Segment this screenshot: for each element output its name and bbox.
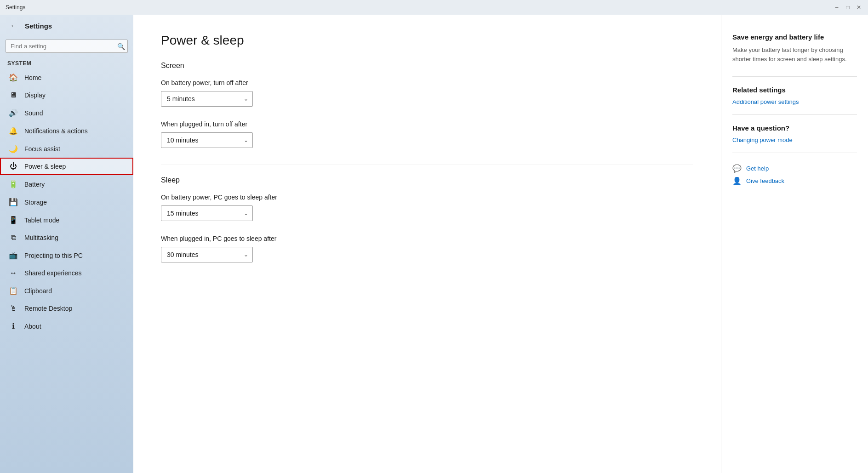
nav-label-about: About (24, 323, 41, 330)
search-icon[interactable]: 🔍 (117, 43, 125, 50)
sidebar-item-clipboard[interactable]: 📋 Clipboard (0, 282, 133, 300)
sidebar-item-battery[interactable]: 🔋 Battery (0, 175, 133, 193)
nav-label-shared: Shared experiences (24, 269, 82, 277)
sidebar-item-power[interactable]: ⏻ Power & sleep (0, 158, 133, 175)
nav-label-sound: Sound (24, 109, 43, 117)
screen-section: Screen On battery power, turn off after … (161, 62, 693, 148)
sleep-battery-dropdown-wrapper: 1 minute2 minutes3 minutes5 minutes10 mi… (161, 205, 253, 221)
nav-icon-tablet: 📱 (9, 216, 18, 224)
titlebar: Settings – □ ✕ (0, 0, 868, 15)
search-box: 🔍 (6, 40, 128, 53)
sidebar: ← Settings 🔍 System 🏠 Home 🖥 Display 🔊 S… (0, 15, 133, 473)
sidebar-item-focus[interactable]: 🌙 Focus assist (0, 140, 133, 158)
system-section-label: System (0, 57, 133, 68)
nav-icon-notifications: 🔔 (9, 126, 18, 135)
battery-turn-off-select[interactable]: 1 minute2 minutes3 minutes5 minutes10 mi… (161, 91, 253, 107)
nav-label-focus: Focus assist (24, 145, 60, 153)
sleep-section-title: Sleep (161, 176, 693, 184)
nav-icon-power: ⏻ (9, 162, 18, 171)
related-settings-title: Related settings (732, 86, 857, 94)
minimize-button[interactable]: – (833, 4, 840, 11)
close-button[interactable]: ✕ (855, 4, 862, 11)
sleep-plugged-dropdown-wrapper: 1 minute2 minutes3 minutes5 minutes10 mi… (161, 247, 253, 262)
get-help-icon: 💬 (732, 164, 742, 173)
sidebar-item-remote[interactable]: 🖱 Remote Desktop (0, 300, 133, 317)
additional-power-settings-link[interactable]: Additional power settings (732, 98, 857, 105)
plugged-turn-off-label: When plugged in, turn off after (161, 120, 693, 128)
right-panel: Save energy and battery life Make your b… (721, 15, 868, 473)
sidebar-item-display[interactable]: 🖥 Display (0, 86, 133, 104)
nav-icon-battery: 🔋 (9, 180, 18, 188)
sidebar-item-tablet[interactable]: 📱 Tablet mode (0, 211, 133, 229)
nav-icon-home: 🏠 (9, 73, 18, 82)
have-question-title: Have a question? (732, 124, 857, 132)
get-help-label: Get help (746, 165, 769, 172)
nav-label-clipboard: Clipboard (24, 287, 52, 295)
nav-label-notifications: Notifications & actions (24, 127, 88, 135)
sleep-battery-select[interactable]: 1 minute2 minutes3 minutes5 minutes10 mi… (161, 205, 253, 221)
divider-3 (732, 153, 857, 153)
nav-label-power: Power & sleep (24, 163, 66, 170)
nav-icon-storage: 💾 (9, 198, 18, 206)
app-container: ← Settings 🔍 System 🏠 Home 🖥 Display 🔊 S… (0, 15, 868, 473)
sidebar-header: ← Settings (0, 15, 133, 37)
give-feedback-item[interactable]: 👤 Give feedback (732, 175, 857, 187)
titlebar-controls: – □ ✕ (833, 4, 862, 11)
sleep-battery-label: On battery power, PC goes to sleep after (161, 194, 693, 201)
sidebar-item-sound[interactable]: 🔊 Sound (0, 104, 133, 122)
search-input[interactable] (6, 40, 128, 53)
nav-icon-projecting: 📺 (9, 251, 18, 260)
nav-label-projecting: Projecting to this PC (24, 252, 83, 259)
nav-icon-multitasking: ⧉ (9, 234, 18, 242)
titlebar-title: Settings (6, 4, 25, 11)
sidebar-app-title: Settings (25, 22, 52, 30)
sidebar-item-projecting[interactable]: 📺 Projecting to this PC (0, 246, 133, 264)
sidebar-item-multitasking[interactable]: ⧉ Multitasking (0, 229, 133, 246)
sidebar-item-about[interactable]: ℹ About (0, 317, 133, 335)
get-help-item[interactable]: 💬 Get help (732, 162, 857, 175)
nav-icon-display: 🖥 (9, 91, 18, 99)
nav-label-home: Home (24, 74, 41, 81)
plugged-turn-off-select[interactable]: 1 minute2 minutes3 minutes5 minutes10 mi… (161, 132, 253, 148)
screen-section-title: Screen (161, 62, 693, 70)
section-divider (161, 165, 693, 165)
battery-turn-off-group: On battery power, turn off after 1 minut… (161, 79, 693, 107)
nav-icon-shared: ↔ (9, 269, 18, 277)
sleep-plugged-label: When plugged in, PC goes to sleep after (161, 235, 693, 242)
save-energy-desc: Make your battery last longer by choosin… (732, 46, 857, 63)
nav-label-multitasking: Multitasking (24, 234, 58, 241)
sidebar-item-home[interactable]: 🏠 Home (0, 68, 133, 86)
page-title: Power & sleep (161, 33, 693, 48)
nav-label-tablet: Tablet mode (24, 217, 59, 224)
sleep-section: Sleep On battery power, PC goes to sleep… (161, 176, 693, 262)
sidebar-item-shared[interactable]: ↔ Shared experiences (0, 264, 133, 282)
divider-2 (732, 114, 857, 115)
sleep-battery-group: On battery power, PC goes to sleep after… (161, 194, 693, 221)
changing-power-mode-link[interactable]: Changing power mode (732, 137, 857, 143)
nav-label-display: Display (24, 91, 46, 99)
nav-icon-about: ℹ (9, 322, 18, 331)
nav-items-container: 🏠 Home 🖥 Display 🔊 Sound 🔔 Notifications… (0, 68, 133, 335)
give-feedback-icon: 👤 (732, 177, 742, 185)
nav-label-battery: Battery (24, 181, 45, 188)
sleep-plugged-group: When plugged in, PC goes to sleep after … (161, 235, 693, 262)
give-feedback-label: Give feedback (746, 177, 784, 184)
plugged-turn-off-dropdown-wrapper: 1 minute2 minutes3 minutes5 minutes10 mi… (161, 132, 253, 148)
nav-label-storage: Storage (24, 199, 47, 206)
battery-turn-off-label: On battery power, turn off after (161, 79, 693, 86)
nav-icon-remote: 🖱 (9, 304, 18, 313)
nav-label-remote: Remote Desktop (24, 305, 72, 312)
nav-icon-sound: 🔊 (9, 108, 18, 117)
plugged-turn-off-group: When plugged in, turn off after 1 minute… (161, 120, 693, 148)
battery-turn-off-dropdown-wrapper: 1 minute2 minutes3 minutes5 minutes10 mi… (161, 91, 253, 107)
maximize-button[interactable]: □ (844, 4, 851, 11)
sidebar-item-notifications[interactable]: 🔔 Notifications & actions (0, 122, 133, 140)
nav-icon-focus: 🌙 (9, 144, 18, 153)
nav-icon-clipboard: 📋 (9, 286, 18, 295)
save-energy-title: Save energy and battery life (732, 33, 857, 41)
sidebar-item-storage[interactable]: 💾 Storage (0, 193, 133, 211)
sleep-plugged-select[interactable]: 1 minute2 minutes3 minutes5 minutes10 mi… (161, 247, 253, 262)
divider-1 (732, 76, 857, 77)
back-button[interactable]: ← (7, 19, 20, 32)
main-content: Power & sleep Screen On battery power, t… (133, 15, 721, 473)
